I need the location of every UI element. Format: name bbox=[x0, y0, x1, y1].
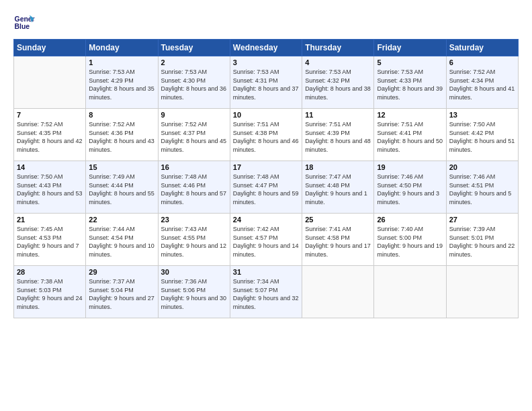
day-cell: 5Sunrise: 7:53 AMSunset: 4:33 PMDaylight… bbox=[374, 56, 446, 109]
svg-text:Blue: Blue bbox=[15, 23, 30, 30]
day-cell: 21Sunrise: 7:45 AMSunset: 4:53 PMDayligh… bbox=[14, 214, 86, 266]
day-cell: 3Sunrise: 7:53 AMSunset: 4:31 PMDaylight… bbox=[230, 56, 302, 109]
day-cell bbox=[446, 266, 518, 318]
week-row-3: 14Sunrise: 7:50 AMSunset: 4:43 PMDayligh… bbox=[14, 161, 519, 214]
header: General Blue bbox=[13, 11, 519, 32]
day-number: 3 bbox=[233, 58, 299, 66]
day-cell: 1Sunrise: 7:53 AMSunset: 4:29 PMDaylight… bbox=[86, 56, 158, 109]
cell-content: Sunrise: 7:49 AMSunset: 4:44 PMDaylight:… bbox=[89, 173, 154, 206]
day-cell: 31Sunrise: 7:34 AMSunset: 5:07 PMDayligh… bbox=[230, 266, 302, 318]
day-number: 28 bbox=[17, 268, 83, 276]
day-cell: 28Sunrise: 7:38 AMSunset: 5:03 PMDayligh… bbox=[14, 266, 86, 318]
cell-content: Sunrise: 7:44 AMSunset: 4:54 PMDaylight:… bbox=[89, 225, 154, 259]
day-number: 8 bbox=[89, 111, 154, 119]
day-cell: 16Sunrise: 7:48 AMSunset: 4:46 PMDayligh… bbox=[158, 161, 230, 214]
day-number: 9 bbox=[161, 111, 227, 119]
day-number: 10 bbox=[233, 111, 299, 119]
day-cell: 6Sunrise: 7:52 AMSunset: 4:34 PMDaylight… bbox=[446, 56, 518, 109]
day-cell: 29Sunrise: 7:37 AMSunset: 5:04 PMDayligh… bbox=[86, 266, 158, 318]
day-cell: 2Sunrise: 7:53 AMSunset: 4:30 PMDaylight… bbox=[158, 56, 230, 109]
day-number: 14 bbox=[17, 163, 83, 171]
cell-content: Sunrise: 7:53 AMSunset: 4:32 PMDaylight:… bbox=[305, 68, 371, 101]
day-number: 21 bbox=[17, 216, 83, 224]
day-number: 31 bbox=[233, 268, 299, 276]
weekday-header-saturday: Saturday bbox=[446, 40, 518, 56]
cell-content: Sunrise: 7:48 AMSunset: 4:47 PMDaylight:… bbox=[233, 173, 299, 206]
cell-content: Sunrise: 7:38 AMSunset: 5:03 PMDaylight:… bbox=[17, 277, 83, 311]
day-number: 4 bbox=[305, 58, 371, 66]
cell-content: Sunrise: 7:53 AMSunset: 4:30 PMDaylight:… bbox=[161, 68, 227, 101]
cell-content: Sunrise: 7:51 AMSunset: 4:38 PMDaylight:… bbox=[233, 120, 299, 154]
day-cell bbox=[374, 266, 446, 318]
day-cell bbox=[14, 56, 86, 109]
cell-content: Sunrise: 7:51 AMSunset: 4:41 PMDaylight:… bbox=[377, 120, 443, 154]
cell-content: Sunrise: 7:51 AMSunset: 4:39 PMDaylight:… bbox=[305, 120, 371, 154]
cell-content: Sunrise: 7:52 AMSunset: 4:34 PMDaylight:… bbox=[449, 68, 515, 101]
cell-content: Sunrise: 7:45 AMSunset: 4:53 PMDaylight:… bbox=[17, 225, 83, 259]
week-row-5: 28Sunrise: 7:38 AMSunset: 5:03 PMDayligh… bbox=[14, 266, 519, 318]
day-cell: 22Sunrise: 7:44 AMSunset: 4:54 PMDayligh… bbox=[86, 214, 158, 266]
day-cell: 7Sunrise: 7:52 AMSunset: 4:35 PMDaylight… bbox=[14, 109, 86, 161]
day-cell: 15Sunrise: 7:49 AMSunset: 4:44 PMDayligh… bbox=[86, 161, 158, 214]
weekday-header-thursday: Thursday bbox=[302, 40, 374, 56]
cell-content: Sunrise: 7:39 AMSunset: 5:01 PMDaylight:… bbox=[449, 225, 515, 259]
cell-content: Sunrise: 7:42 AMSunset: 4:57 PMDaylight:… bbox=[233, 225, 299, 259]
week-row-4: 21Sunrise: 7:45 AMSunset: 4:53 PMDayligh… bbox=[14, 214, 519, 266]
day-number: 17 bbox=[233, 163, 299, 171]
day-cell: 30Sunrise: 7:36 AMSunset: 5:06 PMDayligh… bbox=[158, 266, 230, 318]
cell-content: Sunrise: 7:46 AMSunset: 4:50 PMDaylight:… bbox=[377, 173, 443, 206]
cell-content: Sunrise: 7:52 AMSunset: 4:37 PMDaylight:… bbox=[161, 120, 227, 154]
cell-content: Sunrise: 7:43 AMSunset: 4:55 PMDaylight:… bbox=[161, 225, 227, 259]
day-cell: 26Sunrise: 7:40 AMSunset: 5:00 PMDayligh… bbox=[374, 214, 446, 266]
day-cell: 18Sunrise: 7:47 AMSunset: 4:48 PMDayligh… bbox=[302, 161, 374, 214]
cell-content: Sunrise: 7:52 AMSunset: 4:36 PMDaylight:… bbox=[89, 120, 154, 154]
day-number: 30 bbox=[161, 268, 227, 276]
day-number: 15 bbox=[89, 163, 154, 171]
weekday-header-wednesday: Wednesday bbox=[230, 40, 302, 56]
day-number: 7 bbox=[17, 111, 83, 119]
day-cell: 24Sunrise: 7:42 AMSunset: 4:57 PMDayligh… bbox=[230, 214, 302, 266]
weekday-header-tuesday: Tuesday bbox=[158, 40, 230, 56]
cell-content: Sunrise: 7:47 AMSunset: 4:48 PMDaylight:… bbox=[305, 173, 371, 206]
day-cell bbox=[302, 266, 374, 318]
day-cell: 14Sunrise: 7:50 AMSunset: 4:43 PMDayligh… bbox=[14, 161, 86, 214]
weekday-header-sunday: Sunday bbox=[14, 40, 86, 56]
day-number: 22 bbox=[89, 216, 154, 224]
cell-content: Sunrise: 7:36 AMSunset: 5:06 PMDaylight:… bbox=[161, 277, 227, 311]
logo-icon: General Blue bbox=[13, 11, 35, 32]
week-row-1: 1Sunrise: 7:53 AMSunset: 4:29 PMDaylight… bbox=[14, 56, 519, 109]
cell-content: Sunrise: 7:41 AMSunset: 4:58 PMDaylight:… bbox=[305, 225, 371, 259]
day-number: 5 bbox=[377, 58, 443, 66]
cell-content: Sunrise: 7:53 AMSunset: 4:29 PMDaylight:… bbox=[89, 68, 154, 101]
day-number: 24 bbox=[233, 216, 299, 224]
cell-content: Sunrise: 7:50 AMSunset: 4:43 PMDaylight:… bbox=[17, 173, 83, 206]
cell-content: Sunrise: 7:40 AMSunset: 5:00 PMDaylight:… bbox=[377, 225, 443, 259]
day-cell: 23Sunrise: 7:43 AMSunset: 4:55 PMDayligh… bbox=[158, 214, 230, 266]
calendar-container: General Blue SundayMondayTuesdayWednesda… bbox=[0, 0, 532, 325]
day-number: 26 bbox=[377, 216, 443, 224]
cell-content: Sunrise: 7:34 AMSunset: 5:07 PMDaylight:… bbox=[233, 277, 299, 311]
day-number: 1 bbox=[89, 58, 154, 66]
day-cell: 4Sunrise: 7:53 AMSunset: 4:32 PMDaylight… bbox=[302, 56, 374, 109]
day-number: 20 bbox=[449, 163, 515, 171]
weekday-header-row: SundayMondayTuesdayWednesdayThursdayFrid… bbox=[14, 40, 519, 56]
cell-content: Sunrise: 7:53 AMSunset: 4:31 PMDaylight:… bbox=[233, 68, 299, 101]
cell-content: Sunrise: 7:48 AMSunset: 4:46 PMDaylight:… bbox=[161, 173, 227, 206]
weekday-header-monday: Monday bbox=[86, 40, 158, 56]
calendar-table: SundayMondayTuesdayWednesdayThursdayFrid… bbox=[13, 39, 519, 318]
day-cell: 12Sunrise: 7:51 AMSunset: 4:41 PMDayligh… bbox=[374, 109, 446, 161]
day-cell: 17Sunrise: 7:48 AMSunset: 4:47 PMDayligh… bbox=[230, 161, 302, 214]
cell-content: Sunrise: 7:46 AMSunset: 4:51 PMDaylight:… bbox=[449, 173, 515, 206]
day-cell: 27Sunrise: 7:39 AMSunset: 5:01 PMDayligh… bbox=[446, 214, 518, 266]
cell-content: Sunrise: 7:52 AMSunset: 4:35 PMDaylight:… bbox=[17, 120, 83, 154]
day-number: 27 bbox=[449, 216, 515, 224]
day-cell: 20Sunrise: 7:46 AMSunset: 4:51 PMDayligh… bbox=[446, 161, 518, 214]
day-number: 13 bbox=[449, 111, 515, 119]
day-number: 25 bbox=[305, 216, 371, 224]
day-cell: 11Sunrise: 7:51 AMSunset: 4:39 PMDayligh… bbox=[302, 109, 374, 161]
day-cell: 8Sunrise: 7:52 AMSunset: 4:36 PMDaylight… bbox=[86, 109, 158, 161]
day-number: 19 bbox=[377, 163, 443, 171]
day-number: 23 bbox=[161, 216, 227, 224]
day-number: 12 bbox=[377, 111, 443, 119]
cell-content: Sunrise: 7:50 AMSunset: 4:42 PMDaylight:… bbox=[449, 120, 515, 154]
